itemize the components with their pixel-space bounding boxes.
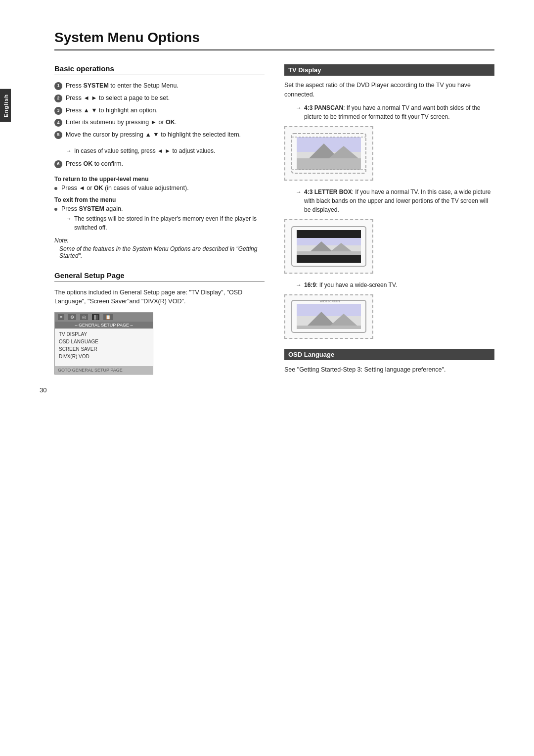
widescreen-svg: WIDESCREEN <box>289 298 368 335</box>
osd-language-text: See "Getting Started-Step 3: Setting lan… <box>284 365 494 375</box>
tv-display-heading: TV Display <box>284 64 494 76</box>
letterbox-image <box>284 219 373 274</box>
basic-operations-heading: Basic operations <box>54 64 265 75</box>
general-setup-section: General Setup Page The options included … <box>54 271 265 375</box>
svg-text:WIDESCREEN: WIDESCREEN <box>320 300 340 303</box>
menu-mockup: ≡ ⚙ ◎ ||| 📋 – GENERAL SETUP PAGE – TV DI… <box>54 312 153 375</box>
svg-rect-21 <box>297 326 361 329</box>
return-text: Press ◄ or OK (in cases of value adjustm… <box>61 185 189 191</box>
svg-rect-12 <box>297 238 361 245</box>
return-heading: To return to the upper-level menu <box>54 176 265 183</box>
step-5-text: Move the cursor by pressing ▲ ▼ to highl… <box>66 130 241 140</box>
menu-item-4: DIVX(R) VOD <box>59 353 149 360</box>
bullet-dot <box>54 187 57 190</box>
svg-rect-15 <box>297 251 361 255</box>
step-4: 4 Enter its submenu by pressing ► or OK. <box>54 118 265 127</box>
step-5-arrow: In cases of value setting, press ◄ ► to … <box>66 146 265 155</box>
menu-tab-3: ◎ <box>80 314 88 320</box>
osd-language-section: OSD Language See "Getting Started-Step 3… <box>284 349 494 375</box>
exit-item: Press SYSTEM again. <box>54 205 265 212</box>
step-3-number: 3 <box>54 107 62 115</box>
menu-item-1: TV DISPLAY <box>59 331 149 338</box>
menu-tab-1: ≡ <box>58 314 64 320</box>
step-4-number: 4 <box>54 119 62 127</box>
step-4-text: Enter its submenu by pressing ► or OK. <box>66 118 177 127</box>
menu-label: – GENERAL SETUP PAGE – <box>55 322 153 329</box>
panscan-svg <box>289 131 368 176</box>
step-1-number: 1 <box>54 82 62 90</box>
step-2-number: 2 <box>54 94 62 102</box>
svg-rect-18 <box>297 304 361 316</box>
step-5-number: 5 <box>54 131 62 139</box>
step-2: 2 Press ◄ ► to select a page to be set. <box>54 94 265 103</box>
menu-footer: GOTO GENERAL SETUP PAGE <box>55 366 153 374</box>
panscan-text: 4:3 PANSCAN: If you have a normal TV and… <box>304 103 494 121</box>
tv-display-section: TV Display Set the aspect ratio of the D… <box>284 64 494 339</box>
step-3-text: Press ▲ ▼ to highlight an option. <box>66 106 158 115</box>
exit-text: Press SYSTEM again. <box>61 205 123 212</box>
right-column: TV Display Set the aspect ratio of the D… <box>284 64 494 384</box>
widescreen-text: 16:9: If you have a wide-screen TV. <box>304 281 397 289</box>
widescreen-item: 16:9: If you have a wide-screen TV. <box>296 281 494 289</box>
menu-tab-2: ⚙ <box>68 314 76 320</box>
letterbox-svg <box>289 224 368 269</box>
step-6-text: Press OK to confirm. <box>66 159 123 169</box>
return-item: Press ◄ or OK (in cases of value adjustm… <box>54 185 265 191</box>
basic-operations-section: Basic operations 1 Press SYSTEM to enter… <box>54 64 265 259</box>
exit-heading: To exit from the menu <box>54 196 265 203</box>
panscan-image <box>284 126 373 181</box>
general-setup-heading: General Setup Page <box>54 271 265 282</box>
step-6-number: 6 <box>54 160 62 168</box>
menu-tab-5: 📋 <box>103 314 113 320</box>
menu-tab-4: ||| <box>92 314 99 320</box>
step-1: 1 Press SYSTEM to enter the Setup Menu. <box>54 81 265 91</box>
letterbox-item: 4:3 LETTER BOX: If you have a normal TV.… <box>296 188 494 214</box>
step-6: 6 Press OK to confirm. <box>54 159 265 169</box>
general-setup-intro: The options included in General Setup pa… <box>54 288 265 307</box>
panscan-item: 4:3 PANSCAN: If you have a normal TV and… <box>296 103 494 121</box>
svg-rect-9 <box>297 230 361 238</box>
menu-header: ≡ ⚙ ◎ ||| 📋 <box>55 313 153 322</box>
bullet-dot-2 <box>54 208 57 211</box>
step-2-text: Press ◄ ► to select a page to be set. <box>66 94 170 103</box>
menu-item-3: SCREEN SAVER <box>59 345 149 353</box>
menu-item-2: OSD LANGUAGE <box>59 338 149 345</box>
language-tab: English <box>0 89 11 122</box>
letterbox-text: 4:3 LETTER BOX: If you have a normal TV.… <box>304 188 494 214</box>
note-section: Note: Some of the features in the System… <box>54 237 265 259</box>
page-wrapper: English 30 System Menu Options Basic ope… <box>0 0 534 414</box>
svg-rect-10 <box>297 255 361 263</box>
svg-rect-5 <box>297 158 361 170</box>
note-text: Some of the features in the System Menu … <box>59 245 265 259</box>
osd-language-heading: OSD Language <box>284 349 494 360</box>
tv-display-intro: Set the aspect ratio of the DVD Player a… <box>284 81 494 99</box>
steps-list: 1 Press SYSTEM to enter the Setup Menu. … <box>54 81 265 140</box>
left-column: Basic operations 1 Press SYSTEM to enter… <box>54 64 265 384</box>
menu-items-list: TV DISPLAY OSD LANGUAGE SCREEN SAVER DIV… <box>55 329 153 362</box>
page-number: 30 <box>40 386 46 394</box>
step-1-text: Press SYSTEM to enter the Setup Menu. <box>66 81 178 91</box>
widescreen-image: WIDESCREEN <box>284 294 373 339</box>
step-5: 5 Move the cursor by pressing ▲ ▼ to hig… <box>54 130 265 140</box>
step-3: 3 Press ▲ ▼ to highlight an option. <box>54 106 265 115</box>
two-column-layout: Basic operations 1 Press SYSTEM to enter… <box>54 64 494 384</box>
exit-arrow: The settings will be stored in the playe… <box>66 214 265 232</box>
steps-list-2: 6 Press OK to confirm. <box>54 159 265 169</box>
note-label: Note: <box>54 237 265 244</box>
page-title: System Menu Options <box>54 30 494 50</box>
